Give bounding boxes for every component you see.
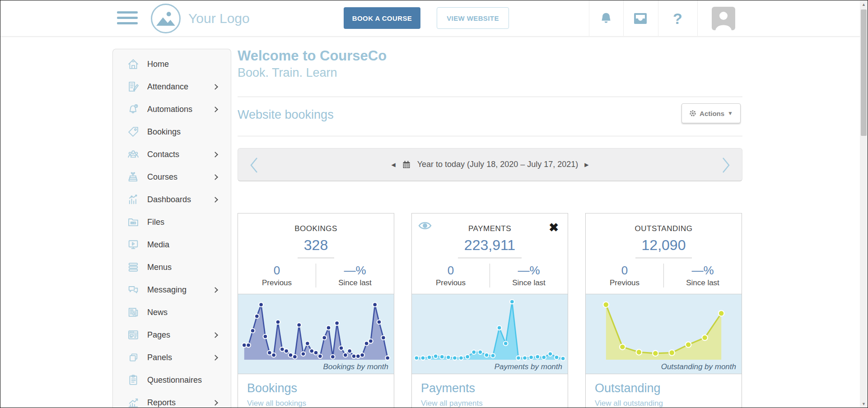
actions-button-label: Actions <box>700 110 724 117</box>
card-title: PAYMENTS <box>412 224 568 233</box>
previous-label: Previous <box>412 278 490 287</box>
card-title: BOOKINGS <box>238 224 394 233</box>
help-button[interactable]: ? <box>658 0 697 37</box>
user-avatar[interactable] <box>712 7 735 30</box>
view-all-bookings-link[interactable]: View all bookings <box>247 399 385 408</box>
chevron-right-icon <box>212 287 218 293</box>
sidebar-item-bookings[interactable]: Bookings <box>113 121 231 143</box>
sidebar-item-panels[interactable]: Panels <box>113 346 231 369</box>
scrollbar-thumb[interactable] <box>861 9 867 136</box>
payments-chart: Payments by month <box>412 294 568 374</box>
outstanding-chart: Outstanding by month <box>586 294 742 374</box>
files-icon <box>126 215 140 229</box>
home-icon <box>126 57 140 71</box>
divider <box>238 136 742 136</box>
sidebar-item-label: Messaging <box>147 285 187 295</box>
sidebar-item-label: Bookings <box>147 127 181 137</box>
previous-value: 0 <box>586 264 663 278</box>
vertical-scrollbar[interactable]: ▲ ▼ <box>860 0 868 408</box>
payments-link[interactable]: Payments <box>421 381 559 395</box>
bell-icon <box>599 11 613 26</box>
chevron-right-icon <box>212 197 218 203</box>
notifications-button[interactable] <box>589 0 623 37</box>
close-icon[interactable]: ✖ <box>549 222 559 233</box>
media-icon <box>126 238 140 251</box>
previous-period-chevron[interactable] <box>248 156 261 174</box>
attendance-icon <box>126 80 140 93</box>
bookings-icon <box>126 125 140 139</box>
payments-area-chart <box>412 294 568 374</box>
inbox-button[interactable] <box>623 0 658 37</box>
book-a-course-button[interactable]: BOOK A COURSE <box>344 7 420 29</box>
payments-total-value[interactable]: 223,911 <box>458 237 522 258</box>
chevron-right-icon <box>212 174 218 180</box>
view-all-payments-link[interactable]: View all payments <box>421 399 559 408</box>
person-icon <box>712 7 735 30</box>
chevron-right-icon <box>212 152 218 158</box>
sidebar-item-questionnaires[interactable]: Questionnaires <box>113 369 231 391</box>
sidebar-item-files[interactable]: Files <box>113 211 231 233</box>
sidebar-item-reports[interactable]: Reports <box>113 391 231 408</box>
chart-caption: Bookings by month <box>323 362 388 371</box>
chart-caption: Outstanding by month <box>661 362 736 371</box>
since-last-stat: —% Since last <box>663 264 742 287</box>
actions-button[interactable]: Actions ▼ <box>681 103 741 123</box>
sidebar-item-messaging[interactable]: Messaging <box>113 278 231 301</box>
eye-icon[interactable] <box>418 221 432 231</box>
view-website-button[interactable]: VIEW WEBSITE <box>437 7 509 29</box>
sidebar-item-label: Attendance <box>147 82 188 92</box>
bookings-total-value[interactable]: 328 <box>298 237 334 258</box>
next-period-chevron[interactable] <box>719 156 732 174</box>
bookings-link[interactable]: Bookings <box>247 381 385 395</box>
page-subtitle: Book. Train. Learn <box>238 66 742 80</box>
sidebar-item-label: Panels <box>147 353 172 362</box>
sidebar-item-news[interactable]: News <box>113 301 231 324</box>
bookings-chart: Bookings by month <box>238 294 394 374</box>
divider <box>697 0 698 37</box>
sidebar-nav: HomeAttendanceAutomationsBookingsContact… <box>112 49 231 408</box>
app-header: Your Logo BOOK A COURSE VIEW WEBSITE ? <box>0 0 861 37</box>
logo[interactable] <box>151 4 181 33</box>
outstanding-total-value[interactable]: 12,090 <box>635 237 692 258</box>
caret-down-icon: ▼ <box>728 110 733 116</box>
date-forward-arrow[interactable]: ▶ <box>584 162 588 168</box>
contacts-icon <box>126 148 140 161</box>
gear-icon <box>689 110 696 117</box>
chevron-right-icon <box>212 332 218 338</box>
image-placeholder-icon <box>156 9 176 28</box>
view-all-outstanding-link[interactable]: View all outstanding <box>595 399 733 408</box>
sidebar-item-attendance[interactable]: Attendance <box>113 75 231 98</box>
sidebar-item-pages[interactable]: Pages <box>113 324 231 346</box>
sidebar-item-automations[interactable]: Automations <box>113 98 231 121</box>
pages-icon <box>126 328 140 342</box>
date-range-label[interactable]: Year to today (July 18, 2020 – July 17, … <box>417 160 579 169</box>
panels-icon <box>126 351 140 364</box>
sidebar-item-label: Home <box>147 60 169 69</box>
question-mark-icon: ? <box>673 10 682 28</box>
messaging-icon <box>126 283 140 297</box>
previous-stat: 0 Previous <box>238 264 316 287</box>
sidebar-item-contacts[interactable]: Contacts <box>113 143 231 166</box>
previous-stat: 0 Previous <box>412 264 490 287</box>
courses-icon <box>126 170 140 184</box>
outstanding-link[interactable]: Outstanding <box>595 381 733 395</box>
hamburger-menu-icon[interactable] <box>117 11 138 26</box>
sidebar-item-menus[interactable]: Menus <box>113 256 231 278</box>
sidebar-item-home[interactable]: Home <box>113 53 231 75</box>
scroll-down-arrow[interactable]: ▼ <box>860 400 868 408</box>
date-back-arrow[interactable]: ◀ <box>391 162 395 168</box>
news-icon <box>126 306 140 319</box>
bookings-card: BOOKINGS 328 0 Previous —% Since last Bo… <box>238 213 394 408</box>
calendar-icon <box>402 160 411 169</box>
scroll-up-arrow[interactable]: ▲ <box>860 0 868 8</box>
sidebar-item-label: Menus <box>147 263 172 272</box>
chevron-right-icon <box>212 355 218 361</box>
chart-caption: Payments by month <box>495 362 562 371</box>
sidebar-item-media[interactable]: Media <box>113 233 231 256</box>
sidebar-item-courses[interactable]: Courses <box>113 166 231 188</box>
sidebar-item-label: Automations <box>147 105 192 114</box>
since-last-stat: —% Since last <box>316 264 394 287</box>
change-label: Since last <box>490 278 568 287</box>
change-value: —% <box>490 264 568 278</box>
sidebar-item-dashboards[interactable]: Dashboards <box>113 188 231 211</box>
